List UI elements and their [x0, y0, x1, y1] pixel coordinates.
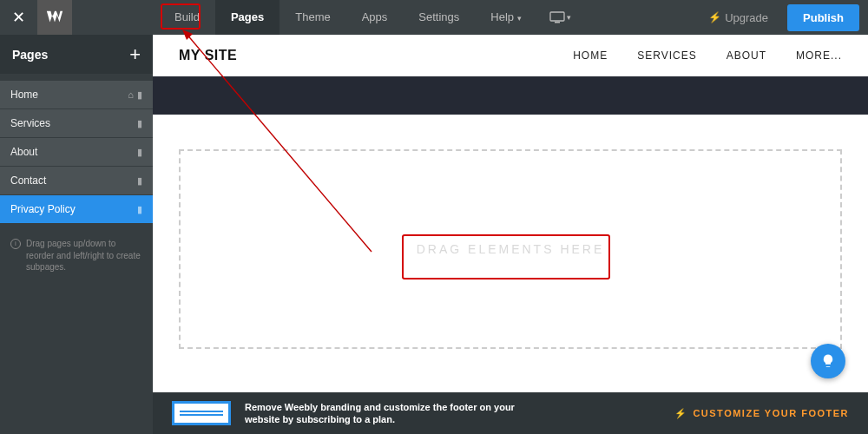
info-icon: i — [10, 239, 21, 249]
chevron-down-icon: ▾ — [567, 13, 571, 22]
close-icon[interactable]: ✕ — [0, 8, 37, 27]
upgrade-button[interactable]: ⚡ Upgrade — [696, 11, 780, 24]
home-icon: ⌂ — [128, 89, 134, 101]
bolt-icon: ⚡ — [674, 408, 688, 419]
page-item-services[interactable]: Services ▮ — [0, 109, 153, 137]
tab-settings[interactable]: Settings — [403, 0, 475, 35]
page-icon: ▮ — [137, 147, 142, 158]
svg-rect-0 — [550, 12, 564, 21]
site-nav-home[interactable]: HOME — [573, 49, 608, 62]
lightbulb-icon — [820, 353, 836, 369]
page-label: Privacy Policy — [10, 203, 76, 215]
page-item-about[interactable]: About ▮ — [0, 138, 153, 166]
page-label: Home — [10, 89, 38, 101]
drop-zone-label: DRAG ELEMENTS HERE — [417, 242, 605, 256]
tab-help[interactable]: Help ▾ — [475, 0, 536, 35]
site-nav-services[interactable]: SERVICES — [637, 49, 696, 62]
tab-build[interactable]: Build — [159, 0, 215, 35]
page-label: Services — [10, 117, 50, 129]
page-label: Contact — [10, 174, 46, 187]
footer-upsell-bar: Remove Weebly branding and customize the… — [153, 392, 868, 434]
chevron-down-icon: ▾ — [517, 14, 522, 23]
page-item-home[interactable]: Home ⌂▮ — [0, 81, 153, 108]
top-nav: Build Pages Theme Apps Settings Help ▾ ▾ — [159, 0, 583, 35]
page-label: About — [10, 146, 37, 158]
page-list: Home ⌂▮ Services ▮ About ▮ Contact ▮ Pri… — [0, 81, 153, 224]
page-item-contact[interactable]: Contact ▮ — [0, 167, 153, 194]
monitor-icon — [549, 11, 565, 23]
svg-rect-1 — [555, 22, 560, 23]
sidebar-hint: i Drag pages up/down to reorder and left… — [0, 238, 153, 273]
page-icon: ▮ — [137, 89, 142, 101]
bolt-icon: ⚡ — [708, 11, 721, 23]
main-area: Pages + Home ⌂▮ Services ▮ About ▮ Conta… — [0, 35, 868, 434]
drop-zone[interactable]: DRAG ELEMENTS HERE — [179, 149, 842, 349]
help-fab[interactable] — [811, 344, 845, 378]
w-logo-icon — [45, 8, 64, 27]
sidebar: Pages + Home ⌂▮ Services ▮ About ▮ Conta… — [0, 35, 153, 434]
tab-pages[interactable]: Pages — [215, 0, 279, 35]
header-banner[interactable] — [153, 76, 868, 115]
site-title[interactable]: MY SITE — [179, 48, 237, 63]
site-nav-about[interactable]: ABOUT — [727, 49, 766, 62]
page-icon: ▮ — [137, 204, 142, 215]
page-icon: ▮ — [137, 175, 142, 187]
publish-button[interactable]: Publish — [787, 4, 859, 31]
page-item-privacy-policy[interactable]: Privacy Policy ▮ — [0, 195, 153, 223]
footer-thumbnail — [172, 401, 231, 425]
sidebar-header: Pages + — [0, 35, 153, 74]
customize-footer-button[interactable]: ⚡ CUSTOMIZE YOUR FOOTER — [674, 408, 849, 419]
tab-theme[interactable]: Theme — [279, 0, 345, 35]
sidebar-title: Pages — [12, 48, 48, 62]
site-header: MY SITE HOME SERVICES ABOUT MORE... — [153, 35, 868, 76]
site-nav: HOME SERVICES ABOUT MORE... — [573, 49, 842, 62]
footer-message: Remove Weebly branding and customize the… — [245, 401, 515, 426]
top-bar: ✕ Build Pages Theme Apps Settings Help ▾… — [0, 0, 868, 35]
site-canvas: MY SITE HOME SERVICES ABOUT MORE... DRAG… — [153, 35, 868, 434]
site-nav-more[interactable]: MORE... — [796, 49, 842, 62]
weebly-logo[interactable] — [37, 0, 72, 35]
add-page-button[interactable]: + — [129, 43, 141, 66]
page-icon: ▮ — [137, 118, 142, 129]
device-preview-button[interactable]: ▾ — [537, 11, 583, 23]
tab-apps[interactable]: Apps — [346, 0, 404, 35]
